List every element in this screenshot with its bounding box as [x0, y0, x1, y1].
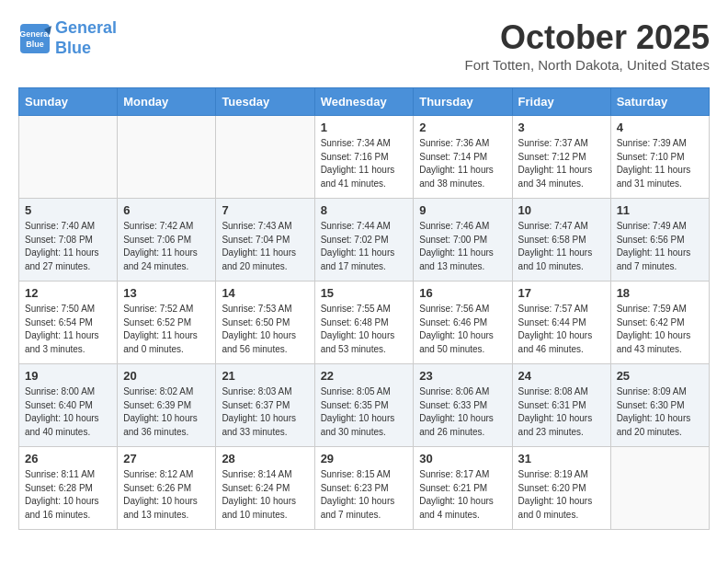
day-number: 4 — [617, 121, 703, 134]
weekday-header-thursday: Thursday — [414, 88, 512, 116]
calendar-cell: 28Sunrise: 8:14 AM Sunset: 6:24 PM Dayli… — [216, 447, 314, 530]
day-number: 8 — [321, 203, 408, 217]
cell-details: Sunrise: 7:37 AM Sunset: 7:12 PM Dayligh… — [518, 137, 605, 190]
day-number: 3 — [518, 121, 605, 134]
calendar-cell: 11Sunrise: 7:49 AM Sunset: 6:56 PM Dayli… — [610, 199, 709, 282]
cell-details: Sunrise: 8:05 AM Sunset: 6:35 PM Dayligh… — [321, 385, 408, 439]
calendar-cell: 30Sunrise: 8:17 AM Sunset: 6:21 PM Dayli… — [414, 447, 512, 530]
day-number: 2 — [419, 121, 506, 134]
weekday-header-monday: Monday — [118, 88, 216, 116]
cell-details: Sunrise: 7:53 AM Sunset: 6:50 PM Dayligh… — [222, 303, 308, 356]
calendar-cell: 26Sunrise: 8:11 AM Sunset: 6:28 PM Dayli… — [19, 447, 118, 530]
logo-line1: General — [55, 18, 117, 37]
day-number: 25 — [617, 369, 703, 383]
cell-details: Sunrise: 8:03 AM Sunset: 6:37 PM Dayligh… — [222, 385, 308, 439]
cell-details: Sunrise: 7:47 AM Sunset: 6:58 PM Dayligh… — [518, 220, 605, 273]
cell-details: Sunrise: 8:11 AM Sunset: 6:28 PM Dayligh… — [25, 468, 111, 522]
day-number: 10 — [518, 203, 605, 217]
cell-details: Sunrise: 7:39 AM Sunset: 7:10 PM Dayligh… — [617, 137, 703, 190]
calendar-week-row: 1Sunrise: 7:34 AM Sunset: 7:16 PM Daylig… — [19, 116, 710, 199]
day-number: 28 — [222, 452, 308, 465]
day-number: 15 — [321, 286, 408, 300]
cell-details: Sunrise: 7:50 AM Sunset: 6:54 PM Dayligh… — [25, 303, 111, 356]
calendar-cell: 31Sunrise: 8:19 AM Sunset: 6:20 PM Dayli… — [512, 447, 610, 530]
calendar-cell: 25Sunrise: 8:09 AM Sunset: 6:30 PM Dayli… — [610, 364, 709, 447]
calendar-cell: 7Sunrise: 7:43 AM Sunset: 7:04 PM Daylig… — [216, 199, 314, 282]
calendar-week-row: 12Sunrise: 7:50 AM Sunset: 6:54 PM Dayli… — [19, 282, 710, 364]
weekday-header-wednesday: Wednesday — [314, 88, 414, 116]
calendar-cell: 22Sunrise: 8:05 AM Sunset: 6:35 PM Dayli… — [314, 364, 414, 447]
day-number: 12 — [25, 286, 111, 300]
calendar-cell: 24Sunrise: 8:08 AM Sunset: 6:31 PM Dayli… — [512, 364, 610, 447]
calendar-cell: 14Sunrise: 7:53 AM Sunset: 6:50 PM Dayli… — [216, 282, 314, 364]
cell-details: Sunrise: 7:46 AM Sunset: 7:00 PM Dayligh… — [419, 220, 506, 273]
svg-text:Blue: Blue — [26, 40, 44, 49]
title-block: October 2025 Fort Totten, North Dakota, … — [464, 18, 710, 73]
calendar-cell: 17Sunrise: 7:57 AM Sunset: 6:44 PM Dayli… — [512, 282, 610, 364]
cell-details: Sunrise: 8:02 AM Sunset: 6:39 PM Dayligh… — [123, 385, 210, 439]
calendar-cell: 16Sunrise: 7:56 AM Sunset: 6:46 PM Dayli… — [414, 282, 512, 364]
svg-rect-0 — [20, 24, 50, 53]
calendar-table: SundayMondayTuesdayWednesdayThursdayFrid… — [18, 87, 710, 530]
cell-details: Sunrise: 7:56 AM Sunset: 6:46 PM Dayligh… — [419, 303, 506, 356]
cell-details: Sunrise: 7:42 AM Sunset: 7:06 PM Dayligh… — [123, 220, 210, 273]
calendar-week-row: 5Sunrise: 7:40 AM Sunset: 7:08 PM Daylig… — [19, 199, 710, 282]
day-number: 5 — [25, 203, 111, 217]
day-number: 23 — [419, 369, 506, 383]
logo-line2: Blue — [55, 39, 91, 57]
cell-details: Sunrise: 7:43 AM Sunset: 7:04 PM Dayligh… — [222, 220, 308, 273]
calendar-cell: 20Sunrise: 8:02 AM Sunset: 6:39 PM Dayli… — [118, 364, 216, 447]
day-number: 17 — [518, 286, 605, 300]
day-number: 24 — [518, 369, 605, 383]
day-number: 22 — [321, 369, 408, 383]
cell-details: Sunrise: 8:12 AM Sunset: 6:26 PM Dayligh… — [123, 468, 210, 522]
calendar-cell: 29Sunrise: 8:15 AM Sunset: 6:23 PM Dayli… — [314, 447, 414, 530]
weekday-header-sunday: Sunday — [19, 88, 118, 116]
calendar-cell: 6Sunrise: 7:42 AM Sunset: 7:06 PM Daylig… — [118, 199, 216, 282]
day-number: 11 — [617, 203, 703, 217]
calendar-cell: 5Sunrise: 7:40 AM Sunset: 7:08 PM Daylig… — [19, 199, 118, 282]
calendar-cell: 19Sunrise: 8:00 AM Sunset: 6:40 PM Dayli… — [19, 364, 118, 447]
day-number: 30 — [419, 452, 506, 465]
cell-details: Sunrise: 7:36 AM Sunset: 7:14 PM Dayligh… — [419, 137, 506, 190]
weekday-header-tuesday: Tuesday — [216, 88, 314, 116]
calendar-week-row: 19Sunrise: 8:00 AM Sunset: 6:40 PM Dayli… — [19, 364, 710, 447]
cell-details: Sunrise: 7:55 AM Sunset: 6:48 PM Dayligh… — [321, 303, 408, 356]
day-number: 26 — [25, 452, 111, 465]
calendar-cell: 4Sunrise: 7:39 AM Sunset: 7:10 PM Daylig… — [610, 116, 709, 199]
calendar-cell — [118, 116, 216, 199]
calendar-cell: 12Sunrise: 7:50 AM Sunset: 6:54 PM Dayli… — [19, 282, 118, 364]
cell-details: Sunrise: 7:34 AM Sunset: 7:16 PM Dayligh… — [321, 137, 408, 190]
calendar-cell: 9Sunrise: 7:46 AM Sunset: 7:00 PM Daylig… — [414, 199, 512, 282]
day-number: 7 — [222, 203, 308, 217]
calendar-cell: 2Sunrise: 7:36 AM Sunset: 7:14 PM Daylig… — [414, 116, 512, 199]
cell-details: Sunrise: 7:57 AM Sunset: 6:44 PM Dayligh… — [518, 303, 605, 356]
cell-details: Sunrise: 7:59 AM Sunset: 6:42 PM Dayligh… — [617, 303, 703, 356]
day-number: 21 — [222, 369, 308, 383]
calendar-cell: 10Sunrise: 7:47 AM Sunset: 6:58 PM Dayli… — [512, 199, 610, 282]
cell-details: Sunrise: 8:08 AM Sunset: 6:31 PM Dayligh… — [518, 385, 605, 439]
day-number: 27 — [123, 452, 210, 465]
day-number: 16 — [419, 286, 506, 300]
location-title: Fort Totten, North Dakota, United States — [464, 57, 710, 73]
logo-text: General Blue — [55, 18, 117, 58]
day-number: 14 — [222, 286, 308, 300]
cell-details: Sunrise: 8:15 AM Sunset: 6:23 PM Dayligh… — [321, 468, 408, 522]
calendar-cell: 1Sunrise: 7:34 AM Sunset: 7:16 PM Daylig… — [314, 116, 414, 199]
day-number: 13 — [123, 286, 210, 300]
weekday-header-saturday: Saturday — [610, 88, 709, 116]
day-number: 19 — [25, 369, 111, 383]
cell-details: Sunrise: 8:00 AM Sunset: 6:40 PM Dayligh… — [25, 385, 111, 439]
cell-details: Sunrise: 7:49 AM Sunset: 6:56 PM Dayligh… — [617, 220, 703, 273]
day-number: 29 — [321, 452, 408, 465]
weekday-header-friday: Friday — [512, 88, 610, 116]
weekday-header-row: SundayMondayTuesdayWednesdayThursdayFrid… — [19, 88, 710, 116]
cell-details: Sunrise: 8:19 AM Sunset: 6:20 PM Dayligh… — [518, 468, 605, 522]
logo-icon: General Blue — [18, 22, 51, 55]
calendar-cell: 21Sunrise: 8:03 AM Sunset: 6:37 PM Dayli… — [216, 364, 314, 447]
cell-details: Sunrise: 8:17 AM Sunset: 6:21 PM Dayligh… — [419, 468, 506, 522]
calendar-cell: 13Sunrise: 7:52 AM Sunset: 6:52 PM Dayli… — [118, 282, 216, 364]
calendar-cell — [19, 116, 118, 199]
logo: General Blue General Blue — [18, 18, 117, 58]
day-number: 20 — [123, 369, 210, 383]
